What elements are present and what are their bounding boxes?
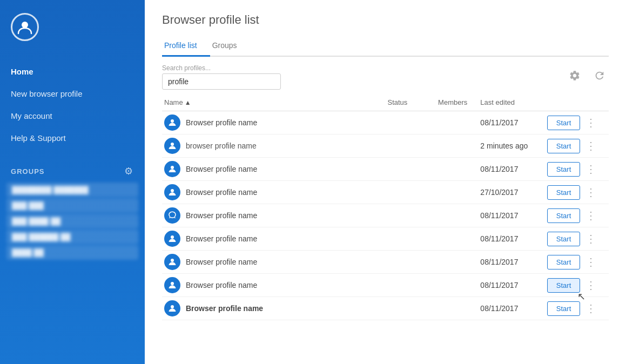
profile-actions-cell: Start⋮ xyxy=(545,297,609,320)
profile-status-cell xyxy=(386,111,436,134)
col-header-actions xyxy=(545,94,609,111)
profile-status-cell xyxy=(386,274,436,297)
profile-last-edited-cell: 2 minutes ago xyxy=(478,134,544,158)
profile-avatar-icon xyxy=(164,184,180,200)
profile-user-icon xyxy=(167,234,177,244)
profile-name-text: Browser profile name xyxy=(186,118,257,127)
profile-name-text: Browser profile name xyxy=(186,258,257,266)
groups-gear-button[interactable]: ⚙ xyxy=(123,164,134,178)
fox-icon xyxy=(167,211,177,220)
profile-last-edited-cell: 08/11/2017 xyxy=(478,251,544,274)
profile-name-cell: Browser profile name xyxy=(162,274,386,297)
more-options-button[interactable]: ⋮ xyxy=(582,161,600,177)
sidebar-item-new-browser-profile[interactable]: New browser profile xyxy=(0,83,145,105)
profile-avatar-icon xyxy=(164,300,180,316)
sidebar-item-help-support[interactable]: Help & Support xyxy=(0,127,145,149)
profile-user-icon xyxy=(167,141,177,151)
profile-user-icon xyxy=(167,257,177,267)
profile-members-cell xyxy=(436,134,478,158)
page-title: Browser profile list xyxy=(162,13,609,27)
start-button[interactable]: Start xyxy=(547,162,580,177)
table-row: Browser profile name08/11/2017Start⋮ xyxy=(162,297,609,320)
profile-actions-cell: Start⋮ xyxy=(545,111,609,134)
sidebar-item-my-account[interactable]: My account xyxy=(0,105,145,127)
profile-last-edited-cell: 08/11/2017 xyxy=(478,158,544,181)
logo-circle xyxy=(11,13,39,41)
profile-user-icon xyxy=(167,280,177,290)
search-container: Search profiles... xyxy=(162,64,281,90)
tabs: Profile list Groups xyxy=(162,36,609,57)
start-button[interactable]: Start xyxy=(547,255,580,269)
profile-actions-cell: Start⋮ xyxy=(545,181,609,204)
svg-point-5 xyxy=(171,235,174,239)
profile-last-edited-cell: 08/11/2017 xyxy=(478,227,544,251)
profile-name-cell: Browser profile name xyxy=(162,158,386,181)
start-button[interactable]: Start xyxy=(547,139,580,153)
more-options-button[interactable]: ⋮ xyxy=(582,301,600,316)
table-row: Browser profile name08/11/2017Start⋮ xyxy=(162,251,609,274)
sidebar-item-home[interactable]: Home xyxy=(0,60,145,83)
group-item[interactable]: ███ ██████ ██ xyxy=(6,230,138,244)
svg-point-2 xyxy=(171,143,174,146)
start-button[interactable]: Start xyxy=(547,185,580,200)
profile-name-text: browser profile name xyxy=(186,141,257,150)
main-content: Browser profile list Profile list Groups… xyxy=(145,0,626,364)
profile-user-icon xyxy=(167,118,177,127)
profile-status-cell xyxy=(386,204,436,227)
profile-members-cell xyxy=(436,181,478,204)
profile-avatar-icon xyxy=(164,277,180,293)
more-options-button[interactable]: ⋮ xyxy=(582,115,600,130)
refresh-button[interactable] xyxy=(590,66,609,87)
more-options-button[interactable]: ⋮ xyxy=(582,185,600,200)
group-list: ████████ ███████ ███ ███ ███ ████ ██ ███… xyxy=(0,183,145,260)
col-header-members: Members xyxy=(436,94,478,111)
profile-table: Name ▲ Status Members Last edited Browse… xyxy=(162,94,609,320)
table-row: Browser profile name08/11/2017Start⋮ xyxy=(162,111,609,134)
groups-label: GROUPS xyxy=(11,167,45,176)
svg-point-1 xyxy=(171,119,174,123)
profile-name-cell: Browser profile name xyxy=(162,181,386,204)
profile-avatar-icon xyxy=(164,114,180,131)
profile-actions-cell: Start⋮ xyxy=(545,227,609,251)
profile-members-cell xyxy=(436,204,478,227)
group-item[interactable]: ███ ███ xyxy=(6,198,138,213)
profile-members-cell xyxy=(436,274,478,297)
tab-groups[interactable]: Groups xyxy=(210,36,250,57)
app-logo-icon xyxy=(17,19,33,35)
profile-name-cell: Browser profile name xyxy=(162,227,386,251)
table-row: Browser profile name08/11/2017Start⋮ xyxy=(162,227,609,251)
profile-members-cell xyxy=(436,111,478,134)
start-button[interactable]: Start xyxy=(547,301,580,316)
group-item[interactable]: ███ ████ ██ xyxy=(6,214,138,228)
profile-actions-cell: Start↖⋮ xyxy=(545,274,609,297)
table-row: browser profile name2 minutes agoStart⋮ xyxy=(162,134,609,158)
more-options-button[interactable]: ⋮ xyxy=(582,231,600,246)
more-options-button[interactable]: ⋮ xyxy=(582,254,600,269)
search-input[interactable] xyxy=(162,73,281,90)
group-item[interactable]: ████ ██ xyxy=(6,245,138,260)
profile-user-icon xyxy=(167,304,177,313)
profile-name-cell: Browser profile name xyxy=(162,111,386,134)
profile-actions-cell: Start⋮ xyxy=(545,251,609,274)
profile-name-text: Browser profile name xyxy=(186,234,257,243)
tab-profile-list[interactable]: Profile list xyxy=(162,36,210,57)
more-options-button[interactable]: ⋮ xyxy=(582,208,600,223)
start-button[interactable]: Start xyxy=(547,232,580,246)
start-button[interactable]: Start xyxy=(547,208,580,223)
settings-icon xyxy=(569,70,581,82)
profile-name-cell: Browser profile name xyxy=(162,204,386,227)
profile-avatar-icon xyxy=(164,161,180,177)
more-options-button[interactable]: ⋮ xyxy=(582,138,600,153)
svg-point-7 xyxy=(171,282,174,285)
profile-members-cell xyxy=(436,297,478,320)
table-row: Browser profile name27/10/2017Start⋮ xyxy=(162,181,609,204)
profile-name-text: Browser profile name xyxy=(186,188,257,197)
start-button[interactable]: Start xyxy=(547,116,580,130)
col-header-last-edited: Last edited xyxy=(478,94,544,111)
start-button[interactable]: Start xyxy=(547,278,580,293)
svg-point-4 xyxy=(171,189,174,192)
profile-last-edited-cell: 08/11/2017 xyxy=(478,274,544,297)
profile-last-edited-cell: 08/11/2017 xyxy=(478,111,544,134)
group-item[interactable]: ████████ ███████ xyxy=(6,183,138,197)
settings-button[interactable] xyxy=(566,66,584,87)
